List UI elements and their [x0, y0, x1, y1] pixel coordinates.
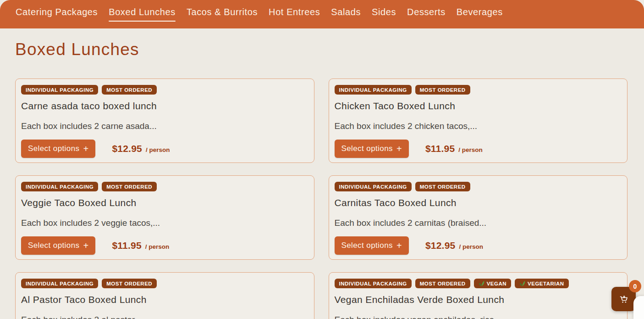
- price-amount: $11.95: [112, 240, 141, 251]
- product-badge: INDIVIDUAL PACKAGING: [335, 279, 412, 288]
- select-options-label: Select options: [28, 241, 79, 250]
- product-title: Chicken Taco Boxed Lunch: [335, 101, 620, 112]
- select-options-button[interactable]: Select options +: [21, 140, 95, 158]
- product-footer: Select options + $12.95 / person: [335, 236, 620, 255]
- select-options-button[interactable]: Select options +: [21, 236, 95, 255]
- price-amount: $11.95: [425, 143, 455, 154]
- nav-item-catering-packages[interactable]: Catering Packages: [16, 7, 98, 17]
- product-badge: VEGETARIAN: [515, 279, 569, 288]
- nav-item-hot-entrees[interactable]: Hot Entrees: [269, 7, 320, 17]
- select-options-label: Select options: [341, 144, 393, 153]
- add-shopping-cart-icon: [618, 294, 629, 305]
- product-card: INDIVIDUAL PACKAGING MOST ORDERED Veggie…: [15, 175, 314, 260]
- product-title: Al Pastor Taco Boxed Lunch: [21, 294, 307, 305]
- product-badge: MOST ORDERED: [415, 279, 470, 288]
- price-amount: $12.95: [425, 240, 455, 251]
- badges: INDIVIDUAL PACKAGING MOST ORDERED: [21, 279, 307, 288]
- product-badge: MOST ORDERED: [102, 85, 157, 95]
- nav-item-boxed-lunches[interactable]: Boxed Lunches: [109, 7, 176, 22]
- product-card: INDIVIDUAL PACKAGING MOST ORDERED Chicke…: [329, 78, 628, 163]
- nav-item-desserts[interactable]: Desserts: [407, 7, 446, 17]
- product-badge: MOST ORDERED: [102, 279, 157, 288]
- product-price: $12.95 / person: [425, 240, 483, 251]
- badges: INDIVIDUAL PACKAGING MOST ORDERED: [335, 85, 620, 95]
- badge-label: INDIVIDUAL PACKAGING: [26, 184, 94, 190]
- badge-label: INDIVIDUAL PACKAGING: [339, 87, 407, 93]
- select-options-button[interactable]: Select options +: [335, 236, 409, 255]
- badge-label: VEGETARIAN: [528, 281, 564, 286]
- badge-label: INDIVIDUAL PACKAGING: [339, 184, 407, 190]
- product-title: Vegan Enchiladas Verde Boxed Lunch: [335, 294, 620, 305]
- badge-label: MOST ORDERED: [420, 281, 466, 286]
- price-amount: $12.95: [112, 143, 142, 154]
- product-badge: MOST ORDERED: [415, 85, 470, 95]
- product-footer: Select options + $11.95 / person: [21, 236, 307, 255]
- badge-label: MOST ORDERED: [420, 87, 466, 93]
- product-footer: Select options + $11.95 / person: [335, 140, 620, 158]
- plus-icon: +: [83, 241, 88, 250]
- corner-panel: [633, 296, 644, 319]
- product-card: INDIVIDUAL PACKAGING MOST ORDERED Carne …: [15, 78, 314, 163]
- product-description: Each box includes 2 carne asada...: [21, 121, 307, 131]
- product-footer: Select options + $12.95 / person: [21, 140, 307, 158]
- leaf-icon: [519, 280, 525, 286]
- product-badge: MOST ORDERED: [102, 182, 157, 191]
- product-price: $11.95 / person: [112, 240, 169, 251]
- badges: INDIVIDUAL PACKAGING MOST ORDERED VEGAN …: [335, 279, 620, 288]
- product-title: Carnitas Taco Boxed Lunch: [335, 197, 620, 208]
- nav-item-sides[interactable]: Sides: [372, 7, 396, 17]
- product-title: Veggie Taco Boxed Lunch: [21, 197, 307, 208]
- product-badge: INDIVIDUAL PACKAGING: [335, 85, 412, 95]
- product-badge: INDIVIDUAL PACKAGING: [335, 182, 412, 191]
- price-per-person: / person: [459, 243, 483, 250]
- product-price: $12.95 / person: [112, 143, 170, 154]
- product-description: Each box includes 2 chicken tacos,...: [335, 121, 620, 131]
- product-badge: MOST ORDERED: [415, 182, 470, 191]
- product-description: Each box includes 2 al pastor...: [21, 315, 307, 319]
- badge-label: VEGAN: [487, 281, 506, 286]
- cart-count-badge: 0: [629, 280, 641, 292]
- badge-label: MOST ORDERED: [420, 184, 466, 190]
- nav-item-salads[interactable]: Salads: [331, 7, 361, 17]
- badge-label: MOST ORDERED: [106, 281, 152, 286]
- badges: INDIVIDUAL PACKAGING MOST ORDERED: [335, 182, 620, 191]
- badge-label: MOST ORDERED: [106, 87, 152, 93]
- product-card: INDIVIDUAL PACKAGING MOST ORDERED Al Pas…: [15, 272, 314, 319]
- price-per-person: / person: [146, 146, 170, 153]
- product-badge: INDIVIDUAL PACKAGING: [21, 85, 98, 95]
- plus-icon: +: [396, 241, 402, 250]
- page-title: Boxed Lunches: [15, 40, 644, 59]
- product-badge: VEGAN: [474, 279, 511, 288]
- plus-icon: +: [83, 144, 88, 153]
- price-per-person: / person: [145, 243, 170, 250]
- badges: INDIVIDUAL PACKAGING MOST ORDERED: [21, 85, 307, 95]
- badge-label: INDIVIDUAL PACKAGING: [339, 281, 407, 286]
- select-options-button[interactable]: Select options +: [335, 140, 409, 158]
- product-title: Carne asada taco boxed lunch: [21, 101, 307, 112]
- category-nav: Catering Packages Boxed Lunches Tacos & …: [0, 0, 644, 28]
- select-options-label: Select options: [341, 241, 393, 250]
- badge-label: INDIVIDUAL PACKAGING: [26, 281, 94, 286]
- product-description: Each box includes 2 carnitas (braised...: [335, 218, 620, 228]
- product-card: INDIVIDUAL PACKAGING MOST ORDERED VEGAN …: [329, 272, 628, 319]
- product-price: $11.95 / person: [425, 143, 483, 154]
- leaf-icon: [479, 280, 484, 286]
- nav-item-tacos-burritos[interactable]: Tacos & Burritos: [187, 7, 258, 17]
- badge-label: MOST ORDERED: [106, 184, 152, 190]
- product-description: Each box includes vegan enchiladas, rice…: [335, 315, 620, 319]
- product-card: INDIVIDUAL PACKAGING MOST ORDERED Carnit…: [329, 175, 628, 260]
- badges: INDIVIDUAL PACKAGING MOST ORDERED: [21, 182, 307, 191]
- product-badge: INDIVIDUAL PACKAGING: [21, 279, 98, 288]
- cart-button[interactable]: 0: [611, 287, 636, 311]
- badge-label: INDIVIDUAL PACKAGING: [26, 87, 94, 93]
- nav-item-beverages[interactable]: Beverages: [457, 7, 503, 17]
- select-options-label: Select options: [28, 144, 79, 153]
- product-description: Each box includes 2 veggie tacos,...: [21, 218, 307, 228]
- plus-icon: +: [396, 144, 402, 153]
- product-grid: INDIVIDUAL PACKAGING MOST ORDERED Carne …: [15, 78, 627, 319]
- product-badge: INDIVIDUAL PACKAGING: [21, 182, 98, 191]
- price-per-person: / person: [458, 146, 483, 153]
